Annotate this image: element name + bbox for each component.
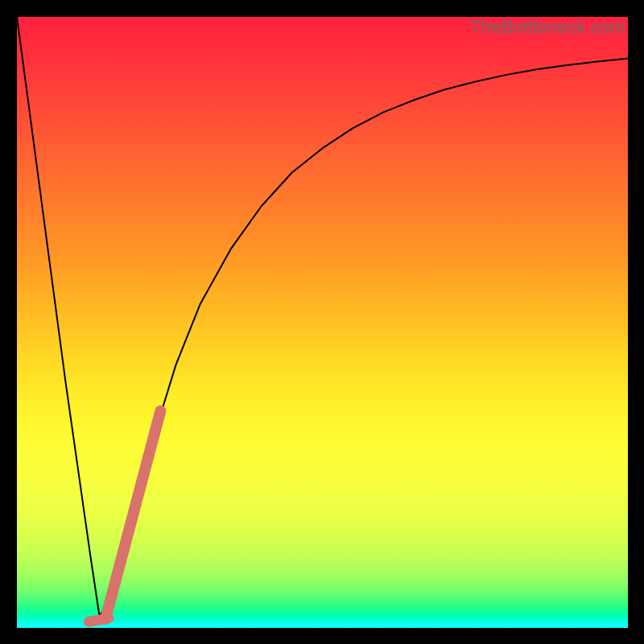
main-marker	[105, 411, 160, 619]
chart-svg	[17, 17, 628, 628]
bottleneck-curve	[17, 17, 628, 616]
minor-marker	[89, 618, 109, 622]
chart-frame: TheBottleneck.com	[0, 0, 644, 644]
plot-area: TheBottleneck.com	[17, 17, 628, 628]
